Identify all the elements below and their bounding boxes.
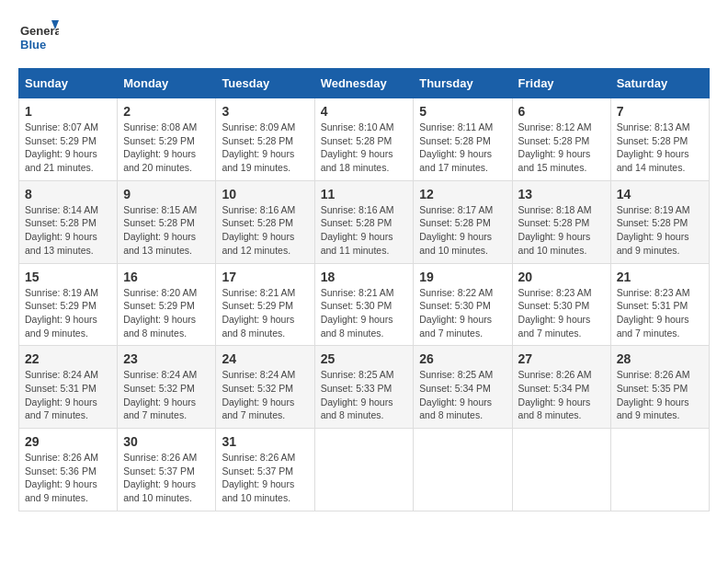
day-number: 9 [123,187,210,201]
day-number: 3 [222,104,308,119]
day-number: 16 [123,270,210,284]
day-info: Sunrise: 8:23 AM Sunset: 5:31 PM Dayligh… [617,286,703,340]
day-number: 14 [617,187,703,201]
day-number: 1 [25,104,111,119]
calendar-cell: 29 Sunrise: 8:26 AM Sunset: 5:36 PM Dayl… [19,429,118,511]
day-number: 28 [617,351,703,366]
day-number: 4 [321,104,408,119]
day-info: Sunrise: 8:10 AM Sunset: 5:28 PM Dayligh… [321,121,408,175]
day-info: Sunrise: 8:07 AM Sunset: 5:29 PM Dayligh… [25,121,111,175]
day-info: Sunrise: 8:19 AM Sunset: 5:29 PM Dayligh… [25,286,111,340]
day-number: 29 [25,434,111,449]
day-number: 25 [321,351,408,366]
day-number: 2 [123,104,210,119]
header-day: Wednesday [314,69,414,98]
svg-text:General: General [20,24,59,38]
calendar-cell: 23 Sunrise: 8:24 AM Sunset: 5:32 PM Dayl… [118,346,216,429]
calendar-cell: 10 Sunrise: 8:16 AM Sunset: 5:28 PM Dayl… [216,180,314,263]
svg-text:Blue: Blue [20,38,46,52]
header-day: Friday [512,69,610,98]
day-number: 20 [518,270,605,284]
logo: General Blue [18,18,59,59]
calendar-cell: 30 Sunrise: 8:26 AM Sunset: 5:37 PM Dayl… [118,429,216,511]
calendar-cell: 22 Sunrise: 8:24 AM Sunset: 5:31 PM Dayl… [19,346,118,429]
day-info: Sunrise: 8:15 AM Sunset: 5:28 PM Dayligh… [123,203,210,258]
day-number: 12 [419,187,506,201]
calendar-week-row: 1 Sunrise: 8:07 AM Sunset: 5:29 PM Dayli… [19,98,710,181]
calendar-table: SundayMondayTuesdayWednesdayThursdayFrid… [18,68,710,511]
day-number: 13 [518,187,605,201]
day-number: 30 [123,434,210,449]
day-number: 11 [321,187,408,201]
calendar-cell: 11 Sunrise: 8:16 AM Sunset: 5:28 PM Dayl… [314,180,414,263]
calendar-cell: 14 Sunrise: 8:19 AM Sunset: 5:28 PM Dayl… [610,180,709,263]
calendar-cell: 28 Sunrise: 8:26 AM Sunset: 5:35 PM Dayl… [610,346,709,429]
day-info: Sunrise: 8:20 AM Sunset: 5:29 PM Dayligh… [123,286,210,340]
calendar-cell: 27 Sunrise: 8:26 AM Sunset: 5:34 PM Dayl… [512,346,610,429]
day-number: 24 [222,351,308,366]
logo-svg: General Blue [18,18,59,59]
day-info: Sunrise: 8:19 AM Sunset: 5:28 PM Dayligh… [617,203,703,258]
day-number: 22 [25,351,111,366]
day-number: 19 [419,270,506,284]
day-info: Sunrise: 8:24 AM Sunset: 5:32 PM Dayligh… [123,368,210,422]
day-number: 27 [518,351,605,366]
calendar-cell: 20 Sunrise: 8:23 AM Sunset: 5:30 PM Dayl… [512,263,610,346]
calendar-cell [414,429,512,511]
day-number: 31 [222,434,308,449]
calendar-cell [512,429,610,511]
day-info: Sunrise: 8:26 AM Sunset: 5:34 PM Dayligh… [518,368,605,422]
calendar-cell: 5 Sunrise: 8:11 AM Sunset: 5:28 PM Dayli… [414,98,512,181]
calendar-cell: 19 Sunrise: 8:22 AM Sunset: 5:30 PM Dayl… [414,263,512,346]
calendar-cell: 8 Sunrise: 8:14 AM Sunset: 5:28 PM Dayli… [19,180,118,263]
day-info: Sunrise: 8:12 AM Sunset: 5:28 PM Dayligh… [518,121,605,175]
calendar-cell: 26 Sunrise: 8:25 AM Sunset: 5:34 PM Dayl… [414,346,512,429]
calendar-cell: 31 Sunrise: 8:26 AM Sunset: 5:37 PM Dayl… [216,429,314,511]
calendar-header: SundayMondayTuesdayWednesdayThursdayFrid… [19,69,710,98]
day-info: Sunrise: 8:11 AM Sunset: 5:28 PM Dayligh… [419,121,506,175]
day-info: Sunrise: 8:16 AM Sunset: 5:28 PM Dayligh… [222,203,308,258]
day-info: Sunrise: 8:08 AM Sunset: 5:29 PM Dayligh… [123,121,210,175]
calendar-cell: 7 Sunrise: 8:13 AM Sunset: 5:28 PM Dayli… [610,98,709,181]
header-day: Sunday [19,69,118,98]
calendar-cell: 6 Sunrise: 8:12 AM Sunset: 5:28 PM Dayli… [512,98,610,181]
calendar-cell: 2 Sunrise: 8:08 AM Sunset: 5:29 PM Dayli… [118,98,216,181]
calendar-cell: 16 Sunrise: 8:20 AM Sunset: 5:29 PM Dayl… [118,263,216,346]
day-number: 10 [222,187,308,201]
calendar-cell: 21 Sunrise: 8:23 AM Sunset: 5:31 PM Dayl… [610,263,709,346]
calendar-week-row: 15 Sunrise: 8:19 AM Sunset: 5:29 PM Dayl… [19,263,710,346]
day-info: Sunrise: 8:26 AM Sunset: 5:35 PM Dayligh… [617,368,703,422]
page-header: General Blue [18,18,710,59]
calendar-body: 1 Sunrise: 8:07 AM Sunset: 5:29 PM Dayli… [19,98,710,511]
day-number: 5 [419,104,506,119]
header-day: Tuesday [216,69,314,98]
calendar-week-row: 8 Sunrise: 8:14 AM Sunset: 5:28 PM Dayli… [19,180,710,263]
calendar-cell: 12 Sunrise: 8:17 AM Sunset: 5:28 PM Dayl… [414,180,512,263]
day-number: 23 [123,351,210,366]
day-number: 26 [419,351,506,366]
day-info: Sunrise: 8:14 AM Sunset: 5:28 PM Dayligh… [25,203,111,258]
day-number: 8 [25,187,111,201]
day-info: Sunrise: 8:18 AM Sunset: 5:28 PM Dayligh… [518,203,605,258]
day-info: Sunrise: 8:26 AM Sunset: 5:36 PM Dayligh… [25,451,111,505]
day-info: Sunrise: 8:24 AM Sunset: 5:31 PM Dayligh… [25,368,111,422]
calendar-cell: 3 Sunrise: 8:09 AM Sunset: 5:28 PM Dayli… [216,98,314,181]
day-number: 15 [25,270,111,284]
calendar-cell: 9 Sunrise: 8:15 AM Sunset: 5:28 PM Dayli… [118,180,216,263]
calendar-cell: 24 Sunrise: 8:24 AM Sunset: 5:32 PM Dayl… [216,346,314,429]
calendar-week-row: 29 Sunrise: 8:26 AM Sunset: 5:36 PM Dayl… [19,429,710,511]
day-number: 6 [518,104,605,119]
day-info: Sunrise: 8:23 AM Sunset: 5:30 PM Dayligh… [518,286,605,340]
day-info: Sunrise: 8:16 AM Sunset: 5:28 PM Dayligh… [321,203,408,258]
calendar-cell: 17 Sunrise: 8:21 AM Sunset: 5:29 PM Dayl… [216,263,314,346]
header-row: SundayMondayTuesdayWednesdayThursdayFrid… [19,69,710,98]
calendar-cell: 1 Sunrise: 8:07 AM Sunset: 5:29 PM Dayli… [19,98,118,181]
day-info: Sunrise: 8:22 AM Sunset: 5:30 PM Dayligh… [419,286,506,340]
day-info: Sunrise: 8:25 AM Sunset: 5:33 PM Dayligh… [321,368,408,422]
calendar-cell: 13 Sunrise: 8:18 AM Sunset: 5:28 PM Dayl… [512,180,610,263]
calendar-cell: 15 Sunrise: 8:19 AM Sunset: 5:29 PM Dayl… [19,263,118,346]
calendar-cell [314,429,414,511]
day-info: Sunrise: 8:21 AM Sunset: 5:30 PM Dayligh… [321,286,408,340]
day-number: 21 [617,270,703,284]
calendar-week-row: 22 Sunrise: 8:24 AM Sunset: 5:31 PM Dayl… [19,346,710,429]
